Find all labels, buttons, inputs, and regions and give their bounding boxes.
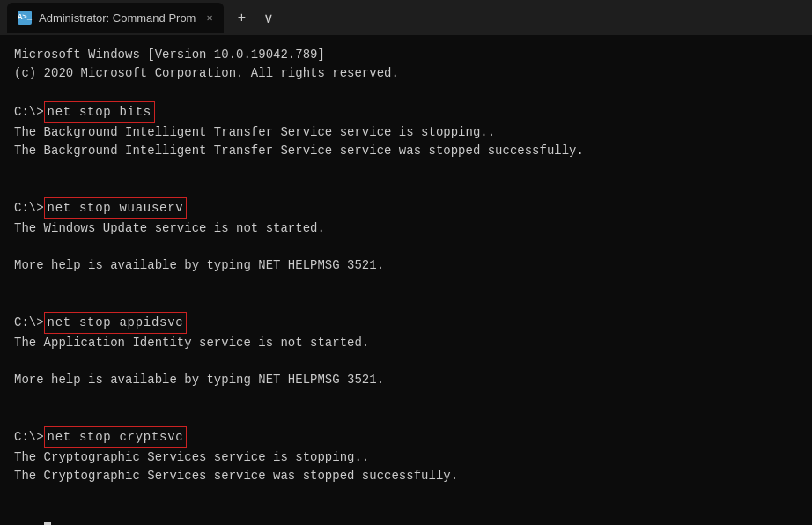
spacer-2: [14, 160, 798, 179]
window: A>_ Administrator: Command Prom ✕ + ∨ Mi…: [0, 0, 812, 525]
spacer-7: [14, 352, 798, 371]
command-3: net stop appidsvc: [44, 312, 188, 334]
spacer-10: [14, 485, 798, 504]
spacer-8: [14, 389, 798, 408]
spacer-6: [14, 293, 798, 312]
output-2-1: The Windows Update service is not starte…: [14, 219, 798, 238]
new-tab-button[interactable]: +: [231, 6, 253, 29]
tab-title: Administrator: Command Prom: [39, 11, 196, 25]
command-line-2: C:\>net stop wuauserv: [14, 197, 798, 219]
header-line-1: Microsoft Windows [Version 10.0.19042.78…: [14, 46, 798, 64]
output-4-1: The Cryptographic Services service is st…: [14, 448, 798, 467]
terminal-tab[interactable]: A>_ Administrator: Command Prom ✕: [7, 3, 224, 33]
prompt-2: C:\>: [14, 199, 44, 218]
prompt-1: C:\>: [14, 103, 44, 122]
output-3-1: The Application Identity service is not …: [14, 334, 798, 352]
prompt-3: C:\>: [14, 314, 44, 332]
spacer: [14, 83, 798, 101]
title-bar-actions: + ∨: [231, 6, 281, 30]
terminal-icon: A>_: [18, 11, 32, 25]
spacer-9: [14, 408, 798, 426]
tab-close-button[interactable]: ✕: [206, 11, 212, 25]
output-1-1: The Background Intelligent Transfer Serv…: [14, 123, 798, 142]
command-line-1: C:\>net stop bits: [14, 101, 798, 123]
title-bar: A>_ Administrator: Command Prom ✕ + ∨: [0, 0, 812, 35]
prompt-4: C:\>: [14, 428, 44, 447]
output-3-2: More help is available by typing NET HEL…: [14, 371, 798, 389]
spacer-3: [14, 179, 798, 197]
command-line-3: C:\>net stop appidsvc: [14, 312, 798, 334]
spacer-5: [14, 275, 798, 293]
command-4: net stop cryptsvc: [44, 426, 188, 448]
dropdown-button[interactable]: ∨: [256, 6, 281, 30]
spacer-11: [14, 504, 798, 522]
command-2: net stop wuauserv: [44, 197, 188, 219]
command-1: net stop bits: [44, 101, 155, 123]
terminal-body: Microsoft Windows [Version 10.0.19042.78…: [0, 35, 812, 525]
output-4-2: The Cryptographic Services service was s…: [14, 467, 798, 485]
spacer-4: [14, 238, 798, 256]
command-line-4: C:\>net stop cryptsvc: [14, 426, 798, 448]
header-line-2: (c) 2020 Microsoft Corporation. All righ…: [14, 64, 798, 83]
output-2-2: More help is available by typing NET HEL…: [14, 256, 798, 275]
output-1-2: The Background Intelligent Transfer Serv…: [14, 142, 798, 160]
